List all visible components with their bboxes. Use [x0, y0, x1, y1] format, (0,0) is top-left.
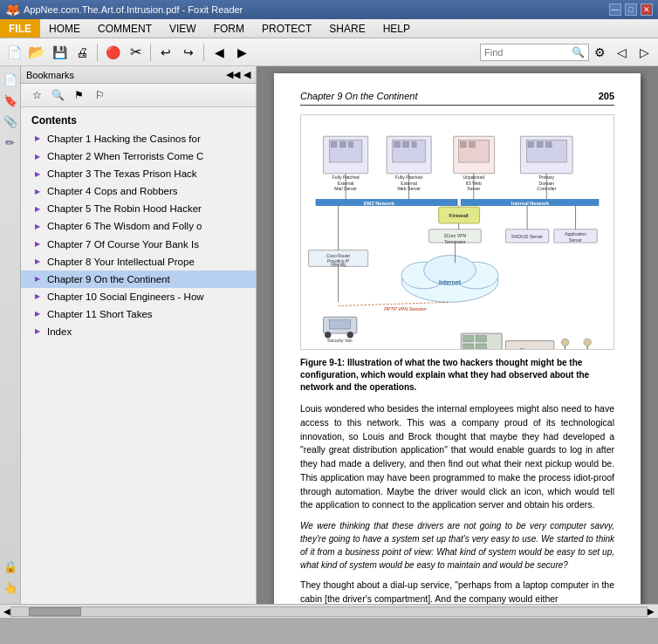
svg-rect-11 [403, 141, 409, 147]
svg-line-59 [339, 302, 450, 305]
sidebar-close-icon[interactable]: ◀ [243, 69, 250, 80]
panel-lock-icon[interactable]: 🔒 [1, 557, 20, 576]
bm-search-icon[interactable]: 🔍 [49, 86, 66, 104]
figure-caption: Figure 9-1: Illustration of what the two… [300, 357, 614, 394]
bookmark-arrow-5: ▶ [31, 221, 44, 233]
bookmark-arrow-2: ▶ [31, 168, 44, 180]
svg-text:DMZ Network: DMZ Network [364, 201, 395, 206]
redo-button[interactable]: ↪ [178, 42, 199, 63]
bookmark-item-6[interactable]: ▶ Chapter 7 Of Course Your Bank Is [21, 236, 256, 253]
bookmark-item-0[interactable]: ▶ Chapter 1 Hacking the Casinos for [21, 130, 256, 147]
bm-refresh-icon[interactable]: ⚐ [91, 86, 108, 104]
bottom-scrollbar[interactable]: ◀ ▶ [0, 604, 658, 618]
bookmark-arrow-10: ▶ [31, 308, 44, 320]
titlebar-title: AppNee.com.The.Art.of.Intrusion.pdf - Fo… [24, 4, 243, 15]
svg-rect-12 [412, 141, 416, 147]
panel-page-icon[interactable]: 📄 [1, 70, 20, 89]
svg-point-63 [347, 332, 353, 338]
svg-rect-2 [331, 141, 337, 147]
horizontal-scrollbar[interactable] [10, 606, 648, 617]
bookmark-item-10[interactable]: ▶ Chapter 11 Short Takes [21, 305, 256, 323]
bookmark-item-5[interactable]: ▶ Chapter 6 The Wisdom and Folly o [21, 217, 256, 235]
pdf-paragraph-2: They thought about a dial-up service, "p… [300, 579, 614, 604]
print-button[interactable]: 🖨 [72, 42, 93, 63]
bookmark-item-2[interactable]: ▶ Chapter 3 The Texas Prison Hack [21, 165, 256, 182]
pdf-area[interactable]: Chapter 9 On the Continent 205 Fully Pat… [257, 66, 658, 604]
svg-rect-18 [460, 141, 466, 147]
menu-home[interactable]: HOME [40, 19, 89, 38]
main-area: 📄 🔖 📎 ✏ 🔒 👆 Bookmarks ◀◀ ◀ ☆ 🔍 ⚑ ⚐ Conte… [0, 66, 658, 604]
page-header: Chapter 9 On the Continent 205 [300, 91, 614, 106]
svg-rect-25 [528, 141, 534, 147]
bookmark-label-3: Chapter 4 Cops and Robbers [47, 184, 178, 198]
pdf-page: Chapter 9 On the Continent 205 Fully Pat… [274, 73, 641, 604]
svg-text:Firewall: Firewall [449, 213, 470, 218]
svg-point-85 [561, 339, 569, 346]
minimize-button[interactable]: — [609, 3, 621, 16]
bookmark-label-2: Chapter 3 The Texas Prison Hack [47, 167, 197, 181]
bookmark-item-3[interactable]: ▶ Chapter 4 Cops and Robbers [21, 182, 256, 200]
open-button[interactable]: 📂 [26, 42, 47, 63]
menu-comment[interactable]: COMMENT [89, 19, 161, 38]
scroll-left-button[interactable]: ◀ [3, 606, 10, 616]
svg-rect-61 [329, 320, 350, 329]
panel-attach-icon[interactable]: 📎 [1, 112, 20, 131]
maximize-button[interactable]: □ [625, 3, 637, 16]
svg-text:Server: Server [569, 237, 582, 243]
menu-help[interactable]: HELP [374, 19, 419, 38]
pdf-paragraph-1: Louis wondered who besides the internal … [300, 402, 614, 512]
bookmark-label-7: Chapter 8 Your Intellectual Prope [47, 255, 195, 269]
bookmark-label-1: Chapter 2 When Terrorists Come C [47, 149, 203, 163]
scroll-right-button[interactable]: ▶ [648, 606, 655, 616]
menu-protect[interactable]: PROTECT [253, 19, 320, 38]
bookmark-item-11[interactable]: ▶ Index [21, 323, 256, 340]
panel-annot-icon[interactable]: ✏ [1, 133, 20, 152]
toolbar: 📄 📂 💾 🖨 🔴 ✂ ↩ ↪ ◀ ▶ 🔍 ⚙ ◁ ▷ [0, 38, 658, 66]
panel-bookmark-icon[interactable]: 🔖 [1, 91, 20, 110]
bookmark-arrow-11: ▶ [31, 325, 44, 338]
bookmark-item-8[interactable]: ▶ Chapter 9 On the Continent [21, 271, 256, 288]
scrollbar-thumb[interactable] [29, 607, 81, 616]
pdf-paragraph-italic: We were thinking that these drivers are … [300, 519, 614, 572]
bookmark-label-4: Chapter 5 The Robin Hood Hacker [47, 202, 202, 216]
toolbar-sep-2 [150, 44, 151, 61]
bookmark-label-6: Chapter 7 Of Course Your Bank Is [47, 237, 199, 251]
bm-add-icon[interactable]: ☆ [28, 86, 45, 104]
network-diagram: Fully Patched External Mail Server Fully… [300, 114, 614, 350]
svg-rect-4 [349, 141, 353, 147]
panel-cursor-icon[interactable]: 👆 [1, 578, 20, 597]
bookmark-item-1[interactable]: ▶ Chapter 2 When Terrorists Come C [21, 147, 256, 165]
left-panel-icons: 📄 🔖 📎 ✏ 🔒 👆 [0, 66, 21, 604]
next-page-button[interactable]: ▶ [231, 42, 252, 63]
nav-forward-button[interactable]: ▷ [634, 42, 655, 63]
menu-share[interactable]: SHARE [320, 19, 374, 38]
search-box[interactable]: 🔍 [480, 44, 589, 61]
titlebar-controls[interactable]: — □ ✕ [609, 3, 653, 16]
bookmark-item-4[interactable]: ▶ Chapter 5 The Robin Hood Hacker [21, 200, 256, 217]
search-input[interactable] [484, 47, 572, 58]
bookmark-item-9[interactable]: ▶ Chapter 10 Social Engineers - How [21, 288, 256, 305]
svg-point-91 [584, 339, 592, 346]
prev-page-button[interactable]: ◀ [209, 42, 230, 63]
save-button[interactable]: 💾 [49, 42, 70, 63]
settings-button[interactable]: ⚙ [591, 44, 609, 61]
sidebar-header-label: Bookmarks [26, 70, 74, 80]
menu-view[interactable]: VIEW [161, 19, 205, 38]
new-button[interactable]: 📄 [3, 42, 24, 63]
nav-back-button[interactable]: ◁ [611, 42, 632, 63]
sidebar-expand-icon[interactable]: ◀◀ [226, 69, 240, 80]
toolbar-btn-5[interactable]: ✂ [125, 42, 146, 63]
close-button[interactable]: ✕ [641, 3, 653, 16]
menu-file[interactable]: FILE [0, 19, 40, 38]
bookmark-item-7[interactable]: ▶ Chapter 8 Your Intellectual Prope [21, 253, 256, 271]
menu-form[interactable]: FORM [205, 19, 253, 38]
stamp-button[interactable]: 🔴 [102, 42, 123, 63]
figure-caption-bold: Figure 9-1: Illustration of what the two… [300, 358, 589, 392]
bookmark-label-9: Chapter 10 Social Engineers - How [47, 290, 204, 304]
bm-options-icon[interactable]: ⚑ [70, 86, 87, 104]
sidebar-header: Bookmarks ◀◀ ◀ [21, 66, 256, 84]
bookmark-contents-label: Contents [21, 111, 256, 130]
bookmark-label-0: Chapter 1 Hacking the Casinos for [47, 132, 201, 146]
undo-button[interactable]: ↩ [155, 42, 176, 63]
search-button[interactable]: 🔍 [572, 46, 585, 58]
